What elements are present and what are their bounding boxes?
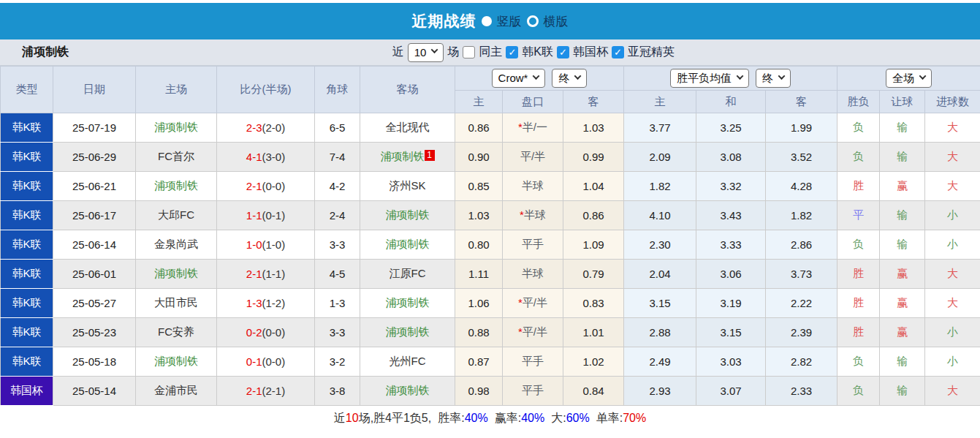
home-team-cell[interactable]: 浦项制铁 <box>136 347 217 377</box>
away-team: 浦项制铁 <box>386 384 430 396</box>
odds-home-value: 0.98 <box>455 377 503 406</box>
result-wdl-cell: 胜 <box>837 260 880 289</box>
score-cell: 1-0(1-0) <box>217 230 315 260</box>
odds-home-value: 1.03 <box>455 201 503 230</box>
vertical-layout-radio[interactable] <box>482 16 492 26</box>
wdl-value: 胜 <box>853 267 864 279</box>
horizontal-layout-label[interactable]: 横版 <box>544 13 569 30</box>
col-score: 比分(半场) <box>217 67 315 113</box>
wdl-value: 负 <box>853 355 864 367</box>
away-team-cell[interactable]: 浦项制铁 <box>360 318 455 347</box>
avg-home-value: 4.10 <box>624 201 696 230</box>
result-goals-cell: 大 <box>925 260 980 289</box>
away-team: 浦项制铁 <box>381 150 425 162</box>
match-count-select[interactable]: 10 <box>408 43 444 62</box>
horizontal-layout-radio[interactable] <box>527 15 539 27</box>
table-row: 韩K联 25-06-01 浦项制铁 2-1(1-1) 4-5 江原FC 1.11… <box>1 260 980 289</box>
league-aclelite-label[interactable]: 亚冠精英 <box>628 45 675 60</box>
away-team-cell[interactable]: 光州FC <box>360 347 455 377</box>
summary-profitrate-value: 40% <box>521 412 544 425</box>
goals-result-value: 大 <box>947 267 958 279</box>
same-home-label: 同主 <box>479 45 502 60</box>
col-odds-home: 主 <box>455 91 503 113</box>
home-team: 浦项制铁 <box>154 179 198 192</box>
result-wdl-cell: 负 <box>837 377 880 406</box>
corner-count: 3-2 <box>315 347 360 377</box>
away-team-badge: 1 <box>425 150 435 161</box>
odds-away-value: 0.79 <box>563 260 624 289</box>
summary-count: 10 <box>346 412 359 425</box>
avg-draw-value: 3.32 <box>696 172 766 201</box>
odds-away-value: 0.84 <box>563 377 624 406</box>
wdl-value: 胜 <box>853 296 864 309</box>
handicap-result-value: 输 <box>897 121 908 133</box>
away-team-cell[interactable]: 浦项制铁 <box>360 230 455 260</box>
scope-select[interactable]: 全场 <box>886 69 932 88</box>
avg-home-value: 2.93 <box>624 377 696 406</box>
league-kleague-checkbox[interactable]: ✓ <box>506 46 518 58</box>
league-koreacup-label[interactable]: 韩国杯 <box>573 45 608 60</box>
wdl-value: 负 <box>853 150 864 162</box>
away-team-cell[interactable]: 全北现代 <box>360 113 455 143</box>
avg-time-select[interactable]: 终 <box>756 69 791 88</box>
league-koreacup-checkbox[interactable]: ✓ <box>557 46 569 58</box>
result-wdl-cell: 胜 <box>837 318 880 347</box>
avg-source-select[interactable]: 胜平负均值 <box>670 69 749 88</box>
match-type-cell: 韩K联 <box>1 260 53 289</box>
match-date: 25-05-27 <box>53 289 136 318</box>
odds-handicap-value: 平手 <box>503 377 563 406</box>
col-avg-away: 客 <box>766 91 837 113</box>
odds-home-value: 1.06 <box>455 289 503 318</box>
home-team-cell[interactable]: 大邱FC <box>136 201 217 230</box>
home-team-cell[interactable]: 浦项制铁 <box>136 260 217 289</box>
scope-select-cell: 全场 <box>837 67 980 91</box>
vertical-layout-label[interactable]: 竖版 <box>497 13 522 30</box>
handicap-text: 平手 <box>522 355 544 367</box>
odds-time-select[interactable]: 终 <box>552 69 587 88</box>
avg-time-value: 终 <box>762 71 773 85</box>
home-team-cell[interactable]: 浦项制铁 <box>136 113 217 143</box>
table-row: 韩K联 25-05-23 FC安养 0-2(0-0) 3-3 浦项制铁 0.88… <box>1 318 980 347</box>
avg-draw-value: 3.06 <box>696 260 766 289</box>
goals-result-value: 大 <box>947 384 958 396</box>
home-team-cell[interactable]: FC首尔 <box>136 143 217 172</box>
handicap-text: 半球 <box>524 208 546 221</box>
odds-away-value: 1.09 <box>563 230 624 260</box>
odds-source-select[interactable]: Crow* <box>492 69 546 88</box>
corner-count: 2-4 <box>315 201 360 230</box>
home-team-cell[interactable]: FC安养 <box>136 318 217 347</box>
odds-select-cell: Crow* 终 <box>455 67 624 91</box>
home-team: FC安养 <box>158 325 194 338</box>
avg-select-cell: 胜平负均值 终 <box>624 67 837 91</box>
result-handicap-cell: 赢 <box>880 318 925 347</box>
table-row: 韩K联 25-06-29 FC首尔 4-1(3-0) 7-4 浦项制铁1 0.9… <box>1 143 980 172</box>
match-type-cell: 韩K联 <box>1 113 53 143</box>
match-type-cell: 韩K联 <box>1 172 53 201</box>
home-team-cell[interactable]: 浦项制铁 <box>136 172 217 201</box>
goals-result-value: 大 <box>947 179 958 192</box>
odds-handicap-value: *平/半 <box>503 289 563 318</box>
home-team-cell[interactable]: 大田市民 <box>136 289 217 318</box>
home-team-cell[interactable]: 金泉尚武 <box>136 230 217 260</box>
league-kleague-label[interactable]: 韩K联 <box>522 45 553 60</box>
odds-source-value: Crow* <box>498 71 528 85</box>
result-handicap-cell: 赢 <box>880 260 925 289</box>
away-team-cell[interactable]: 浦项制铁1 <box>360 143 455 172</box>
match-date: 25-05-23 <box>53 318 136 347</box>
score-cell: 1-1(0-1) <box>217 201 315 230</box>
col-away: 客场 <box>360 67 455 113</box>
page-title: 近期战绩 <box>412 11 476 31</box>
away-team-cell[interactable]: 浦项制铁 <box>360 201 455 230</box>
league-aclelite-checkbox[interactable]: ✓ <box>612 46 624 58</box>
avg-draw-value: 3.03 <box>696 347 766 377</box>
away-team-cell[interactable]: 浦项制铁 <box>360 377 455 406</box>
match-date: 25-07-19 <box>53 113 136 143</box>
same-home-checkbox[interactable] <box>463 46 475 58</box>
away-team-cell[interactable]: 浦项制铁 <box>360 289 455 318</box>
corner-count: 1-3 <box>315 289 360 318</box>
home-team-cell[interactable]: 金浦市民 <box>136 377 217 406</box>
corner-count: 3-8 <box>315 377 360 406</box>
away-team-cell[interactable]: 江原FC <box>360 260 455 289</box>
result-goals-cell: 小 <box>925 347 980 377</box>
away-team-cell[interactable]: 济州SK <box>360 172 455 201</box>
